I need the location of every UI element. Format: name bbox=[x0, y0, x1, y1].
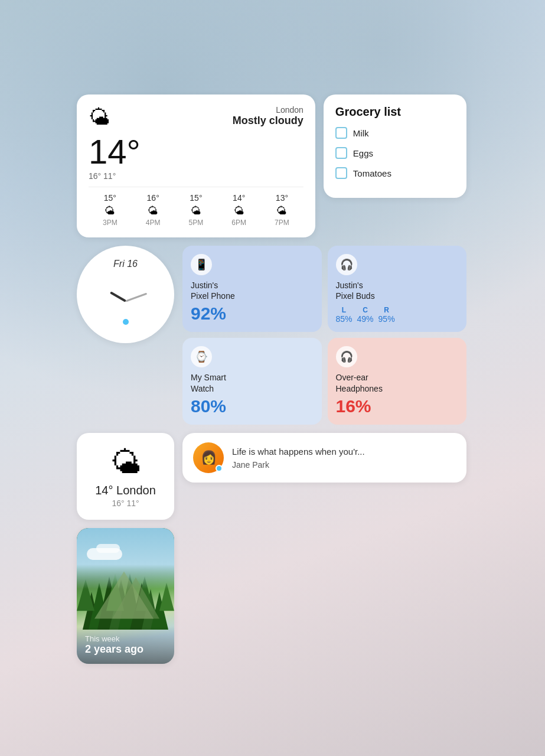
mountain-svg bbox=[77, 555, 174, 623]
forecast-icon-1: 🌤 bbox=[89, 205, 132, 217]
weather-widget[interactable]: 🌤 London Mostly cloudy 14° 16° 11° 15° 🌤… bbox=[77, 94, 315, 237]
message-widget[interactable]: 👩 Life is what happens when you'r... Jan… bbox=[182, 433, 466, 483]
buds-levels: L 85% C 49% R 95% bbox=[336, 306, 459, 324]
forecast-temp-1: 15° bbox=[89, 193, 132, 203]
forecast-temp-2: 16° bbox=[132, 193, 175, 203]
clock-minute-hand bbox=[125, 292, 147, 302]
avatar-online-indicator bbox=[216, 465, 223, 472]
headphones-percentage: 16% bbox=[336, 396, 459, 416]
forecast-icon-3: 🌤 bbox=[175, 205, 218, 217]
forecast-item-1: 15° 🌤 3PM bbox=[89, 193, 132, 227]
grocery-label-milk: Milk bbox=[353, 128, 369, 138]
buds-left-label: L bbox=[342, 306, 346, 314]
forecast-time-4: 6PM bbox=[217, 219, 260, 227]
widgets-container: 🌤 London Mostly cloudy 14° 16° 11° 15° 🌤… bbox=[77, 94, 466, 664]
device-card-smartwatch[interactable]: ⌚ My SmartWatch 80% bbox=[182, 338, 322, 424]
message-sender: Jane Park bbox=[232, 460, 456, 470]
row-4: This week 2 years ago bbox=[77, 528, 466, 664]
forecast-icon-2: 🌤 bbox=[132, 205, 175, 217]
cloud-2 bbox=[96, 544, 120, 553]
weather-mini-hilo: 16° 11° bbox=[112, 498, 139, 508]
weather-city: London bbox=[233, 105, 303, 115]
weather-mini-icon: 🌤 bbox=[110, 445, 141, 480]
buds-left: L 85% bbox=[336, 306, 353, 324]
buds-right-label: R bbox=[384, 306, 389, 314]
message-content: Life is what happens when you'r... Jane … bbox=[232, 446, 456, 470]
buds-center: C 49% bbox=[357, 306, 374, 324]
photo-memory-label: This week bbox=[85, 634, 166, 643]
devices-grid: 📱 Justin'sPixel Phone 92% 🎧 Justin'sPixe… bbox=[182, 246, 466, 425]
smartwatch-percentage: 80% bbox=[191, 396, 314, 416]
photo-memory-time: 2 years ago bbox=[85, 643, 166, 656]
pixel-buds-icon: 🎧 bbox=[336, 254, 357, 275]
forecast-time-5: 7PM bbox=[260, 219, 303, 227]
clock-widget[interactable]: Fri 16 bbox=[77, 246, 174, 343]
grocery-widget[interactable]: Grocery list Milk Eggs Tomatoes bbox=[324, 94, 466, 198]
weather-temp-main: 14° bbox=[89, 135, 303, 169]
headphones-name: Over-earHeadphones bbox=[336, 372, 459, 393]
grocery-item-2[interactable]: Eggs bbox=[335, 147, 455, 159]
grocery-label-tomatoes: Tomatoes bbox=[353, 168, 391, 178]
pixel-phone-name: Justin'sPixel Phone bbox=[191, 280, 314, 301]
weather-icon: 🌤 bbox=[89, 105, 110, 130]
grocery-label-eggs: Eggs bbox=[353, 148, 373, 158]
pixel-phone-icon: 📱 bbox=[191, 254, 212, 275]
photo-memory-widget[interactable]: This week 2 years ago bbox=[77, 528, 174, 664]
row-1: 🌤 London Mostly cloudy 14° 16° 11° 15° 🌤… bbox=[77, 94, 466, 237]
weather-hi-lo: 16° 11° bbox=[89, 171, 303, 181]
weather-mini-widget[interactable]: 🌤 14° London 16° 11° bbox=[77, 433, 174, 520]
grocery-checkbox-tomatoes[interactable] bbox=[335, 167, 347, 179]
buds-center-value: 49% bbox=[357, 314, 374, 324]
grocery-checkbox-eggs[interactable] bbox=[335, 147, 347, 159]
forecast-time-3: 5PM bbox=[175, 219, 218, 227]
device-card-pixel-phone[interactable]: 📱 Justin'sPixel Phone 92% bbox=[182, 246, 322, 332]
message-text: Life is what happens when you'r... bbox=[232, 446, 456, 458]
pixel-buds-name: Justin'sPixel Buds bbox=[336, 280, 459, 301]
clock-hour-hand bbox=[110, 291, 126, 302]
photo-overlay: This week 2 years ago bbox=[77, 626, 174, 664]
forecast-temp-3: 15° bbox=[175, 193, 218, 203]
weather-mini-temp: 14° London bbox=[95, 484, 156, 497]
forecast-icon-4: 🌤 bbox=[217, 205, 260, 217]
forecast-temp-5: 13° bbox=[260, 193, 303, 203]
clock-dot bbox=[123, 319, 129, 325]
forecast-icon-5: 🌤 bbox=[260, 205, 303, 217]
clock-date: Fri 16 bbox=[113, 259, 138, 269]
forecast-item-5: 13° 🌤 7PM bbox=[260, 193, 303, 227]
smartwatch-name: My SmartWatch bbox=[191, 372, 314, 393]
forecast-item-3: 15° 🌤 5PM bbox=[175, 193, 218, 227]
forecast-time-1: 3PM bbox=[89, 219, 132, 227]
forecast-item-2: 16° 🌤 4PM bbox=[132, 193, 175, 227]
forecast-time-2: 4PM bbox=[132, 219, 175, 227]
grocery-item-3[interactable]: Tomatoes bbox=[335, 167, 455, 179]
headphones-icon: 🎧 bbox=[336, 346, 357, 367]
pixel-phone-percentage: 92% bbox=[191, 304, 314, 324]
clock-face bbox=[96, 272, 155, 331]
forecast-temp-4: 14° bbox=[217, 193, 260, 203]
row-2: Fri 16 📱 Justin'sPixel Phone 92% 🎧 Justi… bbox=[77, 246, 466, 425]
weather-condition: Mostly cloudy bbox=[233, 115, 303, 127]
weather-location: London Mostly cloudy bbox=[233, 105, 303, 127]
device-card-headphones[interactable]: 🎧 Over-earHeadphones 16% bbox=[328, 338, 467, 424]
buds-right: R 95% bbox=[378, 306, 395, 324]
weather-top: 🌤 London Mostly cloudy bbox=[89, 105, 303, 130]
grocery-title: Grocery list bbox=[335, 105, 455, 119]
grocery-item-1[interactable]: Milk bbox=[335, 127, 455, 139]
buds-center-label: C bbox=[363, 306, 368, 314]
avatar-container: 👩 bbox=[193, 442, 224, 473]
buds-left-value: 85% bbox=[336, 314, 353, 324]
weather-forecast: 15° 🌤 3PM 16° 🌤 4PM 15° 🌤 5PM 14° 🌤 bbox=[89, 187, 303, 227]
device-card-pixel-buds[interactable]: 🎧 Justin'sPixel Buds L 85% C 49% R 95% bbox=[328, 246, 467, 332]
smartwatch-icon: ⌚ bbox=[191, 346, 212, 367]
row-3: 🌤 14° London 16° 11° 👩 Life is what happ… bbox=[77, 433, 466, 520]
grocery-checkbox-milk[interactable] bbox=[335, 127, 347, 139]
buds-right-value: 95% bbox=[378, 314, 395, 324]
forecast-item-4: 14° 🌤 6PM bbox=[217, 193, 260, 227]
